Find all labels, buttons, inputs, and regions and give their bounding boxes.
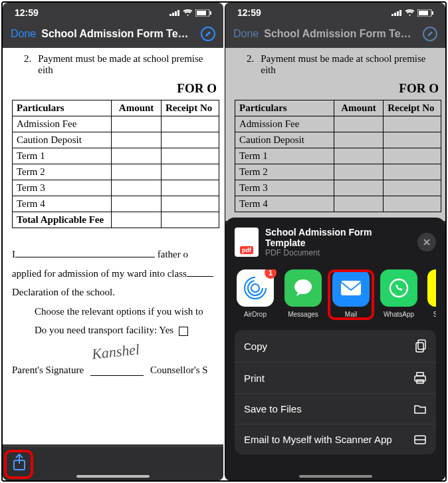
bullet-number: 2. — [24, 53, 31, 76]
page-title: School Admission Form Temp... — [41, 28, 195, 40]
svg-point-18 — [294, 279, 312, 294]
doc-line-3: Declaration of the school. — [12, 285, 219, 300]
svg-rect-0 — [169, 14, 171, 16]
table-row: Term 1 — [13, 148, 219, 164]
markup-button[interactable] — [201, 27, 215, 41]
share-header: pdf School Admission Form Template PDF D… — [235, 227, 436, 257]
status-time: 12:59 — [15, 7, 39, 18]
bottom-toolbar — [3, 447, 223, 480]
col-amount: Amount — [112, 100, 162, 116]
app-more[interactable]: S — [427, 269, 436, 318]
section-heading: FOR O — [12, 81, 219, 96]
messages-icon — [291, 276, 315, 300]
svg-rect-6 — [210, 11, 211, 15]
svg-rect-10 — [397, 11, 399, 16]
svg-rect-8 — [392, 14, 393, 16]
parent-signature-label: Parent's Signature — [12, 365, 84, 376]
action-print[interactable]: Print — [235, 363, 436, 394]
svg-rect-2 — [175, 11, 177, 16]
share-actions: Copy Print Save to Files Email to Myself… — [235, 330, 436, 454]
doc-line-5: Do you need transport facility: Yes — [35, 325, 173, 335]
table-row: Term 4 — [13, 196, 219, 212]
phone-left: 12:59 Done School Admission Form Temp...… — [3, 3, 223, 480]
page-title: School Admission Form Temp... — [264, 28, 417, 40]
svg-point-16 — [248, 281, 263, 295]
svg-rect-13 — [419, 11, 428, 15]
col-particulars: Particulars — [13, 100, 112, 116]
airdrop-badge: 1 — [265, 269, 277, 279]
nav-header: Done School Admission Form Temp... — [225, 20, 445, 48]
whatsapp-icon — [387, 276, 411, 300]
doc-line-4: Choose the relevant options if you wish … — [12, 304, 219, 319]
phone-right: 12:59 Done School Admission Form Temp...… — [225, 3, 445, 480]
svg-rect-5 — [197, 11, 206, 15]
signal-icon — [169, 9, 180, 16]
home-indicator[interactable] — [76, 475, 150, 478]
folder-icon — [413, 404, 427, 414]
scanner-icon — [413, 434, 427, 445]
action-copy[interactable]: Copy — [235, 330, 436, 363]
svg-rect-14 — [432, 11, 433, 15]
document-viewport[interactable]: 2. Payment must be made at school premis… — [3, 48, 223, 444]
svg-rect-24 — [417, 373, 423, 376]
svg-rect-21 — [418, 340, 425, 349]
table-row: Term 2 — [13, 164, 219, 180]
counsellor-signature-label: Counsellor's S — [150, 365, 207, 376]
airdrop-icon — [242, 275, 269, 301]
pdf-file-icon: pdf — [235, 228, 259, 257]
pen-icon — [426, 30, 434, 38]
share-sheet: pdf School Admission Form Template PDF D… — [225, 218, 445, 480]
declaration-suffix: father o — [155, 249, 188, 259]
status-icons — [392, 9, 433, 17]
document-viewport-dimmed: 2. Payment must be made at school premis… — [225, 48, 445, 221]
action-save-files[interactable]: Save to Files — [235, 394, 436, 424]
battery-icon — [195, 9, 211, 17]
done-button[interactable]: Done — [11, 28, 36, 40]
svg-rect-1 — [172, 13, 174, 16]
table-row: Admission Fee — [13, 116, 219, 132]
highlight-mail — [328, 269, 374, 320]
done-button[interactable]: Done — [233, 28, 259, 40]
yes-checkbox[interactable] — [179, 327, 188, 336]
doc-line-2: applied for admission of my ward into cl… — [12, 268, 187, 279]
close-icon — [423, 238, 431, 246]
print-icon — [413, 372, 427, 384]
svg-rect-3 — [177, 10, 179, 16]
svg-rect-22 — [416, 343, 423, 352]
svg-point-15 — [251, 284, 259, 292]
status-time: 12:59 — [237, 7, 261, 18]
table-row: Caution Deposit — [13, 132, 219, 148]
app-airdrop[interactable]: 1 AirDrop — [236, 269, 275, 318]
bullet-text: Payment must be made at school premise e… — [38, 53, 219, 76]
fee-table: ParticularsAmountReceipt No Admission Fe… — [235, 100, 441, 212]
signal-icon — [392, 9, 402, 16]
app-messages[interactable]: Messages — [284, 269, 322, 318]
table-row: Term 3 — [13, 180, 219, 196]
close-button[interactable] — [417, 233, 436, 251]
svg-rect-11 — [399, 10, 401, 16]
highlight-share — [4, 450, 33, 479]
copy-icon — [415, 339, 427, 353]
pen-icon — [204, 30, 212, 38]
status-bar: 12:59 — [225, 3, 445, 20]
battery-icon — [417, 9, 433, 17]
nav-header: Done School Admission Form Temp... — [3, 20, 223, 48]
fee-table: Particulars Amount Receipt No Admission … — [12, 100, 219, 228]
markup-button[interactable] — [423, 27, 437, 41]
table-row: Total Applicable Fee — [13, 212, 219, 228]
wifi-icon — [183, 9, 193, 17]
col-receipt: Receipt No — [161, 100, 219, 116]
signature-graphic: Kanshel — [91, 341, 140, 363]
status-icons — [169, 9, 211, 17]
app-whatsapp[interactable]: WhatsApp — [380, 269, 418, 318]
svg-rect-9 — [394, 13, 396, 16]
share-file-title: School Admission Form Template — [265, 227, 411, 248]
share-file-subtitle: PDF Document — [265, 248, 411, 257]
wifi-icon — [405, 9, 415, 17]
action-email-self[interactable]: Email to Myself with Scanner App — [235, 424, 436, 454]
status-bar: 12:59 — [3, 3, 223, 20]
home-indicator[interactable] — [299, 475, 372, 478]
